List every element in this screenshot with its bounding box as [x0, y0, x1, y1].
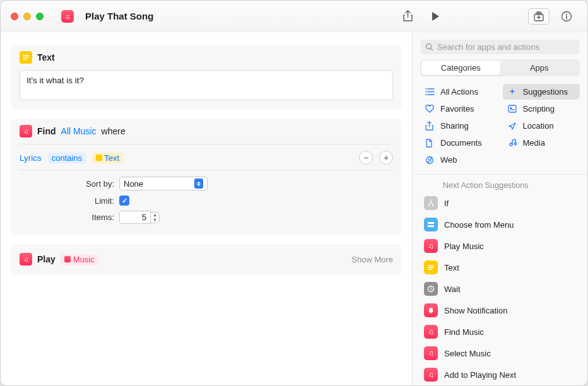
- suggestion-text[interactable]: Text: [413, 257, 587, 278]
- remove-filter-button[interactable]: −: [359, 151, 373, 165]
- window-title: Play That Song: [85, 11, 153, 21]
- text-input[interactable]: [20, 70, 393, 100]
- sparkle-icon: [508, 88, 518, 96]
- suggestion-find-music[interactable]: ♫Find Music: [413, 321, 587, 342]
- items-stepper[interactable]: ▲▼: [151, 212, 160, 223]
- category-documents[interactable]: Documents: [420, 135, 498, 151]
- limit-label: Limit:: [20, 196, 114, 206]
- text-action-icon: [20, 51, 32, 64]
- items-label: Items:: [20, 213, 114, 222]
- action-title: Play: [37, 254, 56, 264]
- svg-point-2: [566, 13, 567, 15]
- doc-icon: [425, 139, 435, 148]
- category-label: Media: [523, 138, 545, 148]
- sort-label: Sort by:: [20, 179, 114, 189]
- info-button[interactable]: [556, 8, 577, 25]
- branch-icon: [424, 196, 438, 210]
- sidebar-tabs: Categories Apps: [420, 59, 580, 76]
- items-field[interactable]: 5: [119, 211, 151, 224]
- zoom-window-button[interactable]: [36, 13, 44, 20]
- action-title: Text: [37, 52, 55, 62]
- loc-icon: [508, 122, 518, 131]
- suggestion-label: Find Music: [444, 327, 484, 337]
- add-filter-button[interactable]: +: [379, 151, 393, 165]
- shortcut-icon: ♫: [61, 10, 74, 23]
- term-icon: [508, 105, 518, 113]
- category-label: Favorites: [440, 104, 474, 114]
- category-suggestions[interactable]: Suggestions: [503, 84, 580, 100]
- web-icon: [425, 156, 435, 165]
- sort-select[interactable]: None: [119, 177, 208, 190]
- suggestion-label: If: [444, 199, 449, 208]
- category-media[interactable]: Media: [503, 135, 580, 151]
- suggestion-show-notification[interactable]: Show Notification: [413, 300, 587, 321]
- category-location[interactable]: Location: [503, 118, 580, 134]
- app-window: ♫ Play That Song Text: [0, 0, 588, 386]
- list-icon: [425, 88, 435, 96]
- filter-operator-token[interactable]: contains: [48, 153, 86, 163]
- category-label: All Actions: [440, 87, 478, 96]
- category-grid: All ActionsSuggestionsFavoritesScripting…: [413, 81, 587, 175]
- limit-checkbox[interactable]: [119, 196, 129, 206]
- search-icon: [425, 43, 433, 51]
- category-label: Suggestions: [523, 87, 568, 96]
- library-toggle-button[interactable]: [528, 8, 550, 25]
- svg-rect-4: [509, 105, 516, 112]
- suggestion-play-music[interactable]: ♫Play Music: [413, 235, 587, 257]
- menu-icon: [424, 218, 438, 231]
- svg-rect-7: [428, 222, 434, 224]
- category-all-actions[interactable]: All Actions: [420, 84, 498, 100]
- suggestion-label: Play Music: [444, 242, 484, 251]
- category-label: Scripting: [523, 104, 555, 114]
- titlebar: ♫ Play That Song: [1, 1, 587, 32]
- find-scope-token[interactable]: All Music: [61, 126, 97, 136]
- search-input[interactable]: [437, 42, 575, 52]
- category-label: Web: [440, 155, 457, 165]
- suggestion-if[interactable]: If: [413, 192, 587, 214]
- where-label: where: [102, 126, 126, 136]
- category-label: Documents: [440, 138, 482, 148]
- traffic-lights: [11, 13, 44, 20]
- suggestion-label: Wait: [444, 284, 461, 294]
- suggestion-label: Show Notification: [444, 306, 507, 315]
- heart-icon: [425, 105, 435, 113]
- suggestions-list: IfChoose from Menu♫Play MusicTextWaitSho…: [413, 192, 587, 385]
- music-action-icon: ♫: [20, 253, 32, 266]
- search-field[interactable]: [420, 40, 580, 54]
- run-button[interactable]: [425, 8, 446, 25]
- tab-categories[interactable]: Categories: [421, 61, 500, 75]
- share-button[interactable]: [397, 8, 418, 25]
- action-play[interactable]: ♫ Play Music Show More: [11, 244, 402, 274]
- suggestion-wait[interactable]: Wait: [413, 278, 587, 300]
- svg-point-10: [430, 312, 432, 313]
- category-sharing[interactable]: Sharing: [420, 118, 498, 134]
- suggestion-label: Add to Playing Next: [444, 370, 516, 380]
- category-web[interactable]: Web: [420, 152, 498, 168]
- category-favorites[interactable]: Favorites: [420, 101, 498, 117]
- play-input-variable[interactable]: Music: [61, 254, 98, 265]
- close-window-button[interactable]: [11, 13, 18, 20]
- clock-icon: [424, 282, 438, 296]
- text-icon: [424, 260, 438, 274]
- action-text[interactable]: Text: [11, 45, 402, 110]
- action-title: Find: [37, 126, 56, 136]
- category-label: Location: [523, 121, 554, 131]
- filter-field-token[interactable]: Lyrics: [20, 153, 42, 163]
- bell-icon: [424, 303, 438, 317]
- actions-sidebar: Categories Apps All ActionsSuggestionsFa…: [413, 32, 587, 385]
- category-scripting[interactable]: Scripting: [503, 101, 580, 117]
- show-more-button[interactable]: Show More: [351, 255, 393, 264]
- filter-value-variable[interactable]: Text: [92, 153, 123, 163]
- music-action-icon: ♫: [20, 125, 32, 137]
- minimize-window-button[interactable]: [23, 13, 31, 20]
- suggestion-choose-from-menu[interactable]: Choose from Menu: [413, 214, 587, 235]
- music-icon: ♫: [424, 239, 438, 253]
- action-find-music[interactable]: ♫ Find All Music where Lyrics contains T…: [11, 119, 402, 235]
- suggestion-label: Text: [444, 263, 459, 272]
- tab-apps[interactable]: Apps: [500, 61, 579, 75]
- suggestion-select-music[interactable]: ♫Select Music: [413, 342, 587, 364]
- svg-rect-8: [428, 225, 434, 227]
- music-icon: ♫: [424, 368, 438, 382]
- suggestions-header: Next Action Suggestions: [413, 175, 587, 192]
- suggestion-add-to-playing-next[interactable]: ♫Add to Playing Next: [413, 364, 587, 385]
